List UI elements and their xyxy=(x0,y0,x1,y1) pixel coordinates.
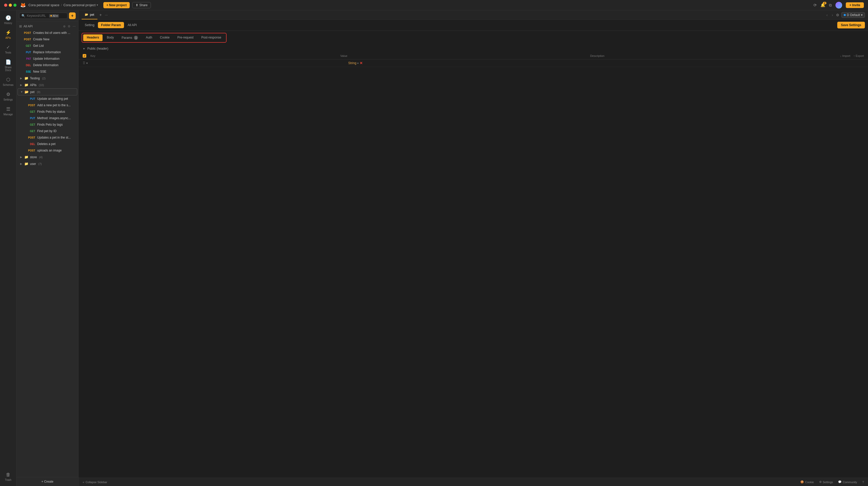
maximize-button[interactable] xyxy=(13,4,17,7)
list-item[interactable]: GET Finds Pets by tags xyxy=(18,121,77,128)
method-name: Finds Pets by status xyxy=(37,110,65,113)
list-item[interactable]: POST Create New xyxy=(18,36,77,42)
expand-icon[interactable]: ▾ xyxy=(86,61,88,65)
add-api-button[interactable]: + xyxy=(69,12,76,19)
method-badge: GET xyxy=(27,123,35,126)
section-toggle-icon[interactable]: ▼ xyxy=(83,47,85,50)
titlebar-actions: + New project ⬆ Share xyxy=(103,2,151,8)
gear-settings-icon[interactable]: ⚙ xyxy=(836,13,839,17)
method-name: Update Information xyxy=(33,57,59,60)
nav-label-schemas: Schemas xyxy=(3,84,14,86)
new-project-button[interactable]: + New project xyxy=(103,2,130,8)
method-name: New SSE xyxy=(33,70,46,74)
folder-testing[interactable]: ▶ 📁 Testing (2) xyxy=(18,75,77,81)
share-button[interactable]: ⬆ Share xyxy=(132,2,151,8)
tab-nav-prev[interactable]: ‹ xyxy=(826,12,829,18)
nav-label-trash: Trash xyxy=(5,479,11,481)
param-tab-headers[interactable]: Headers xyxy=(83,34,102,41)
tab-more-button[interactable]: ··· xyxy=(104,13,109,17)
nav-item-manage[interactable]: ☰ Manage xyxy=(1,104,15,118)
export-button[interactable]: ↑ Export xyxy=(854,54,864,57)
tab-pet[interactable]: 📂 pet xyxy=(82,10,97,19)
search-icon: 🔍 xyxy=(22,14,25,18)
settings-small-icon[interactable]: ⚙ xyxy=(68,25,70,28)
method-badge: POST xyxy=(23,32,31,34)
avatar[interactable] xyxy=(835,2,842,8)
list-item[interactable]: PAT Update Information xyxy=(18,56,77,62)
nav-item-apis[interactable]: ⚡ APIs xyxy=(1,28,15,41)
nav-item-settings[interactable]: ⚙ Settings xyxy=(1,89,15,103)
refresh-icon[interactable]: ⟳ xyxy=(813,3,817,7)
close-button[interactable] xyxy=(4,4,7,7)
cookie-status-item[interactable]: 🍪 Cookie xyxy=(800,480,814,484)
breadcrumb-project-name: Cora personal project xyxy=(64,3,96,7)
tab-nav-next[interactable]: › xyxy=(831,12,834,18)
settings-status-item[interactable]: ⚙ Settings xyxy=(819,480,833,484)
search-filter-badge[interactable]: All ▾ xyxy=(49,14,59,18)
param-tab-cookie[interactable]: Cookie xyxy=(156,34,173,41)
more-icon[interactable]: ⋯ xyxy=(72,25,76,28)
folder-apis[interactable]: ▶ 📁 APIs (10) xyxy=(18,82,77,88)
list-item[interactable]: POST Add a new pet to the s... xyxy=(18,102,77,108)
nav-label-settings: Settings xyxy=(3,98,13,101)
param-tab-body[interactable]: Body xyxy=(103,34,117,41)
header-checkbox[interactable]: ✓ xyxy=(83,54,90,58)
select-all-checkbox[interactable]: ✓ xyxy=(83,54,86,58)
sidebar-search: 🔍 All ▾ + xyxy=(17,10,78,22)
list-item[interactable]: POST Updates a pet in the st... xyxy=(18,135,77,141)
list-item[interactable]: PUT Replace Information xyxy=(18,49,77,55)
folder-store[interactable]: ▶ 📁 store (4) xyxy=(18,154,77,160)
notification-icon[interactable]: 🔔 2 xyxy=(820,3,826,7)
community-status-item[interactable]: 💬 Community xyxy=(838,480,857,484)
row-type[interactable]: String ▾ ✕ xyxy=(348,61,606,65)
env-selector[interactable]: D Default ▾ xyxy=(841,12,865,18)
nav-item-tests[interactable]: ✓ Tests xyxy=(1,42,15,56)
param-tab-params[interactable]: Params 1 xyxy=(118,34,142,41)
list-item[interactable]: DEL Delete Information xyxy=(18,62,77,68)
copy-icon[interactable]: ⊕ xyxy=(63,25,66,28)
collapse-sidebar-button[interactable]: « Collapse Sidebar xyxy=(83,481,107,484)
breadcrumb-project[interactable]: Cora personal project ▾ xyxy=(64,3,98,7)
folder-toggle-icon: ▶ xyxy=(20,155,23,159)
folder-name: user xyxy=(30,162,36,166)
folder-count: (10) xyxy=(39,84,44,87)
status-bar: « Collapse Sidebar 🍪 Cookie ⚙ Settings 💬… xyxy=(79,478,868,486)
list-item[interactable]: DEL Deletes a pet xyxy=(18,141,77,147)
save-settings-button[interactable]: Save Settings xyxy=(837,22,865,28)
schemas-icon: ⬡ xyxy=(6,77,10,83)
params-count-badge: 1 xyxy=(134,36,138,40)
list-item[interactable]: GET Finds Pets by status xyxy=(18,109,77,115)
list-item[interactable]: SSE New SSE xyxy=(18,68,77,75)
param-tab-post-response[interactable]: Post-response xyxy=(197,34,225,41)
param-tab-auth[interactable]: Auth xyxy=(142,34,156,41)
search-input-wrapper[interactable]: 🔍 All ▾ xyxy=(19,13,67,19)
tab-add-button[interactable]: + xyxy=(97,13,104,17)
create-button[interactable]: + Create xyxy=(41,480,53,483)
import-button[interactable]: ↓ Import xyxy=(840,54,850,57)
required-star-icon[interactable]: ✕ xyxy=(360,61,363,65)
window-icon[interactable]: ⧉ xyxy=(829,3,832,7)
nav-item-history[interactable]: 🕐 History xyxy=(1,13,15,27)
list-item[interactable]: POST Creates list of users with ... xyxy=(18,30,77,36)
list-item[interactable]: PUT Method: images.async... xyxy=(18,115,77,121)
minimize-button[interactable] xyxy=(9,4,12,7)
nav-item-schemas[interactable]: ⬡ Schemas xyxy=(1,75,15,88)
drag-handle-icon[interactable]: ⠿ xyxy=(83,61,85,65)
folder-pet[interactable]: ▼ 📂 pet (9) ← xyxy=(18,88,77,95)
folder-user[interactable]: ▶ 📁 user (7) xyxy=(18,161,77,167)
nav-item-trash[interactable]: 🗑 Trash xyxy=(1,470,15,483)
subtab-all-api[interactable]: All API xyxy=(125,22,140,28)
subtab-folder-param[interactable]: Folder Param xyxy=(98,22,124,28)
list-item[interactable]: PUT Update an existing pet xyxy=(18,96,77,102)
invite-button[interactable]: + Invite xyxy=(846,2,864,8)
nav-label-manage: Manage xyxy=(3,113,13,116)
list-item[interactable]: POST uploads an image xyxy=(18,147,77,153)
list-item[interactable]: GET Get List xyxy=(18,42,77,49)
nav-item-share-docs[interactable]: 📄 Share Docs xyxy=(1,57,15,74)
param-tab-pre-request[interactable]: Pre-request xyxy=(174,34,197,41)
search-input[interactable] xyxy=(27,14,48,18)
col-key: Key xyxy=(90,54,340,57)
help-status-item[interactable]: ? xyxy=(862,481,864,484)
subtab-setting[interactable]: Setting xyxy=(82,22,97,28)
list-item[interactable]: GET Find pet by ID xyxy=(18,128,77,134)
